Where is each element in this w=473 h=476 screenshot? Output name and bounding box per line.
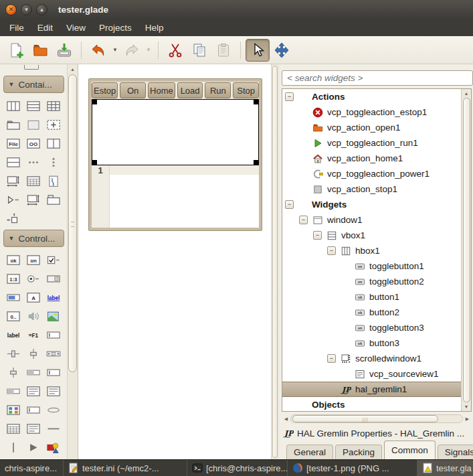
drag-resize-button[interactable]: [270, 39, 294, 62]
palette-widget-hseparator-oval[interactable]: .f{x:1.5px;y:1.5px;width:15px;height:11p…: [46, 404, 61, 416]
palette-widget-aspectframe[interactable]: .f{x:1.5px;y:1.5px;width:15px;height:11p…: [6, 213, 21, 224]
palette-section-containers[interactable]: ▼Contai...: [3, 76, 64, 93]
palette-widget-linkbutton[interactable]: label: [46, 292, 61, 303]
palette-widget-accellabel[interactable]: =F1: [26, 329, 41, 341]
palette-widget-arrow[interactable]: .f{x:1.5px;y:1.5px;width:15px;height:11p…: [26, 442, 41, 453]
tree-row-hbox1[interactable]: −hbox1: [282, 243, 461, 258]
palette-widget-hpaned[interactable]: .f{x:1.5px;y:1.5px;width:15px;height:11p…: [46, 138, 61, 149]
palette-widget-alignment[interactable]: .f{x:1.5px;y:1.5px;width:15px;height:11p…: [26, 119, 41, 131]
palette-widget-combobox[interactable]: .f{x:1.5px;y:1.5px;width:15px;height:11p…: [46, 273, 61, 285]
designed-button-home[interactable]: Home: [148, 82, 175, 98]
tree-scrollbar-thumb[interactable]: [463, 98, 470, 402]
selection-handle[interactable]: [254, 99, 259, 104]
palette-widget-frame[interactable]: .f{x:1.5px;y:1.5px;width:15px;height:11p…: [6, 119, 21, 131]
tab-general[interactable]: General: [286, 445, 333, 459]
close-button[interactable]: ✕: [5, 4, 17, 15]
palette-widget-checkbutton[interactable]: .f{x:1.5px;y:1.5px;width:15px;height:11p…: [46, 254, 61, 266]
palette-widget-vbox[interactable]: .f{x:1.5px;y:1.5px;width:15px;height:11p…: [26, 100, 41, 112]
tree-expander-icon[interactable]: −: [285, 92, 294, 101]
taskbar-item-4[interactable]: [tester-1.png (PNG ...: [288, 460, 417, 476]
scroll-up-icon[interactable]: ▲: [70, 66, 75, 72]
palette-widget-togglebutton[interactable]: .f{x:1.5px;y:1.5px;width:15px;height:11p…: [26, 254, 41, 266]
tab-common[interactable]: Common: [384, 441, 436, 459]
tree-expander-icon[interactable]: −: [285, 200, 294, 209]
palette-widget-vscale[interactable]: .f{x:1.5px;y:1.5px;width:15px;height:11p…: [26, 348, 41, 360]
menu-item-file[interactable]: File: [3, 21, 31, 35]
canvas-scrollbar-thumb[interactable]: [272, 66, 278, 458]
palette-widget-fixed[interactable]: .f{x:1.5px;y:1.5px;width:15px;height:11p…: [46, 119, 61, 131]
palette-widget-treeview[interactable]: .f{x:1.5px;y:1.5px;width:15px;height:11p…: [26, 423, 41, 434]
undo-button[interactable]: [86, 39, 110, 62]
palette-widget-filechooserbutton[interactable]: .f{x:1.5px;y:1.5px;width:15px;height:11p…: [6, 138, 21, 149]
palette-widget-hbox[interactable]: .f{x:1.5px;y:1.5px;width:15px;height:11p…: [6, 100, 21, 112]
tree-row-vcp-action-home1[interactable]: vcp_action_home1: [282, 151, 461, 166]
scroll-right-icon[interactable]: ▶: [463, 416, 472, 422]
redo-dropdown-arrow[interactable]: ▼: [146, 47, 151, 53]
palette-widget-hbuttonbox[interactable]: .f{x:1.5px;y:1.5px;width:15px;height:11p…: [26, 157, 41, 168]
palette-widget-label[interactable]: label: [6, 329, 21, 341]
paste-button[interactable]: [211, 39, 235, 62]
undo-dropdown-arrow[interactable]: ▼: [112, 47, 118, 53]
tree-expander-icon[interactable]: −: [299, 216, 308, 224]
tree-row-objects[interactable]: Objects: [282, 397, 461, 411]
palette-widget-volumebutton[interactable]: .f{x:1.5px;y:1.5px;width:15px;height:11p…: [26, 311, 41, 322]
designed-button-stop[interactable]: Stop: [233, 82, 259, 98]
palette-scrollbar[interactable]: ▲: [67, 64, 78, 459]
selection-handle[interactable]: [92, 99, 97, 104]
designed-button-on[interactable]: On: [120, 82, 146, 98]
tree-horizontal-scrollbar[interactable]: ◀ ||| ▶: [282, 414, 472, 424]
palette-widget-vbuttonbox[interactable]: .f{x:1.5px;y:1.5px;width:15px;height:11p…: [46, 157, 61, 168]
palette-widget-vscrollbar[interactable]: .f{x:1.5px;y:1.5px;width:15px;height:11p…: [6, 367, 21, 378]
tree-row-vcp-sourceview1[interactable]: vcp_sourceview1: [282, 366, 461, 382]
selection-handle[interactable]: [254, 160, 259, 165]
tree-row-togglebutton1[interactable]: ontogglebutton1: [282, 258, 461, 274]
palette-widget-layout[interactable]: .f{x:1.5px;y:1.5px;width:15px;height:11p…: [6, 175, 21, 187]
palette-widget-table[interactable]: .f{x:1.5px;y:1.5px;width:15px;height:11p…: [46, 100, 61, 112]
designed-sourceview[interactable]: 1: [92, 165, 259, 228]
source-text-area[interactable]: [110, 165, 259, 228]
tree-row-widgets[interactable]: −Widgets: [282, 197, 461, 212]
select-button[interactable]: [246, 39, 270, 62]
palette-scrollbar-thumb[interactable]: [68, 74, 77, 372]
tree-row-actions[interactable]: −Actions: [282, 89, 461, 104]
hscroll-track[interactable]: |||: [290, 414, 463, 423]
tree-row-button1[interactable]: okbutton1: [282, 289, 461, 305]
palette-widget-fontbutton[interactable]: .f{x:1.5px;y:1.5px;width:15px;height:11p…: [26, 292, 41, 303]
palette-widget-image[interactable]: .f{x:1.5px;y:1.5px;width:15px;height:11p…: [46, 311, 61, 322]
taskbar-item-5[interactable]: tester.gla...: [417, 460, 473, 476]
palette-section-controls[interactable]: ▼Control...: [3, 230, 64, 247]
menu-item-view[interactable]: View: [60, 21, 92, 35]
hscroll-thumb[interactable]: |||: [292, 415, 438, 422]
designed-hal-gremlin[interactable]: [92, 99, 259, 165]
tree-row-hal-gremlin1[interactable]: JPhal_gremlin1: [282, 382, 461, 397]
tree-row-vcp-action-stop1[interactable]: vcp_action_stop1: [282, 181, 461, 197]
palette-widget-spinbutton2[interactable]: .f{x:1.5px;y:1.5px;width:15px;height:11p…: [6, 311, 21, 322]
tab-signals[interactable]: Signals: [438, 445, 473, 459]
tree-row-button3[interactable]: okbutton3: [282, 335, 461, 351]
palette-widget-togglesplit[interactable]: .f{x:1.5px;y:1.5px;width:15px;height:11p…: [6, 386, 21, 397]
palette-widget-viewport[interactable]: .f{x:1.5px;y:1.5px;width:15px;height:11p…: [46, 175, 61, 187]
palette-widget-drawingarea[interactable]: .f{x:1.5px;y:1.5px;width:15px;height:11p…: [46, 442, 61, 453]
palette-widget-hscale[interactable]: .f{x:1.5px;y:1.5px;width:15px;height:11p…: [6, 348, 21, 360]
tree-row-togglebutton3[interactable]: ontogglebutton3: [282, 320, 461, 335]
scroll-down-icon[interactable]: ▼: [464, 404, 469, 410]
tree-row-vbox1[interactable]: −vbox1: [282, 228, 461, 243]
search-input[interactable]: [282, 70, 473, 86]
palette-widget-vseparator[interactable]: .f{x:1.5px;y:1.5px;width:15px;height:11p…: [6, 442, 21, 453]
menu-item-edit[interactable]: Edit: [31, 21, 60, 35]
menu-item-help[interactable]: Help: [138, 21, 171, 35]
palette-widget-table-dense[interactable]: .f{x:1.5px;y:1.5px;width:15px;height:11p…: [26, 175, 41, 187]
cut-button[interactable]: [163, 39, 187, 62]
tree-expander-icon[interactable]: −: [313, 231, 322, 240]
copy-button[interactable]: [187, 39, 211, 62]
designed-button-estop[interactable]: Estop: [92, 82, 118, 98]
tree-row-vcp-toggleaction-run1[interactable]: vcp_toggleaction_run1: [282, 135, 461, 151]
scroll-up-icon[interactable]: ▲: [464, 90, 469, 96]
redo-button[interactable]: [120, 39, 144, 62]
palette-widget-vpaned[interactable]: .f{x:1.5px;y:1.5px;width:15px;height:11p…: [6, 157, 21, 168]
palette-widget-filechooserwidget[interactable]: .f{x:1.5px;y:1.5px;width:15px;height:11p…: [26, 138, 41, 149]
palette-widget-progressbar[interactable]: .f{x:1.5px;y:1.5px;width:15px;height:11p…: [26, 367, 41, 378]
selection-handle[interactable]: [92, 160, 97, 165]
save-button[interactable]: [52, 39, 76, 62]
maximize-button[interactable]: ▴: [36, 4, 48, 15]
